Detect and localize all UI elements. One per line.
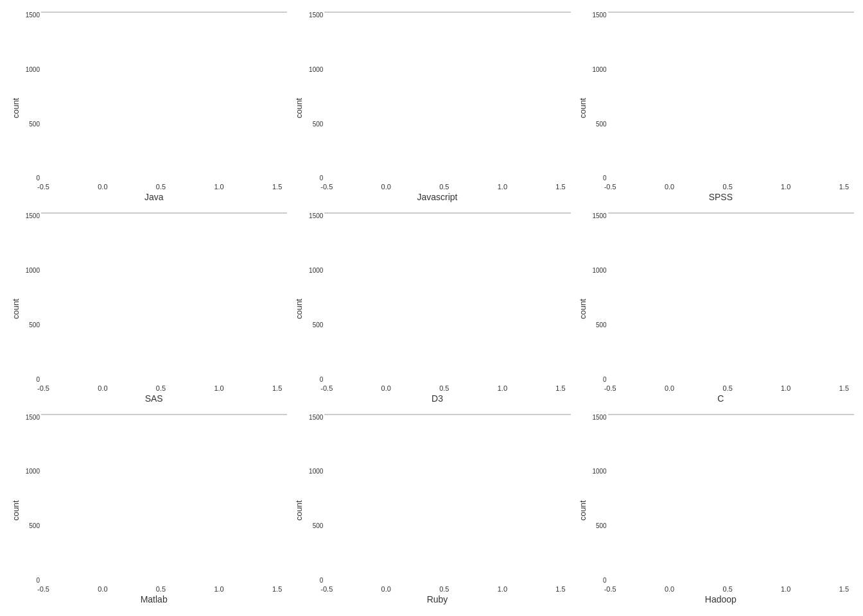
plot-area-sas: 150010005000 bbox=[41, 212, 287, 382]
y-label-sas: count bbox=[9, 212, 21, 406]
y-tick-c: 500 bbox=[596, 321, 607, 329]
y-label-matlab: count bbox=[9, 414, 21, 607]
x-tick-d3: 1.0 bbox=[498, 384, 507, 392]
x-axis-spss: -0.50.00.51.01.5 bbox=[588, 182, 854, 191]
y-tick-sas: 500 bbox=[29, 321, 40, 329]
x-tick-hadoop: 1.5 bbox=[839, 585, 849, 593]
x-tick-c: -0.5 bbox=[604, 384, 616, 392]
x-tick-java: 1.0 bbox=[214, 183, 223, 191]
chart-cell-hadoop: count150010005000-0.50.00.51.01.5Hadoop bbox=[573, 409, 857, 610]
x-axis-java: -0.50.00.51.01.5 bbox=[21, 182, 287, 191]
x-tick-ruby: 1.0 bbox=[498, 585, 507, 593]
x-tick-spss: 0.0 bbox=[665, 183, 674, 191]
plot-area-hadoop: 150010005000 bbox=[608, 414, 854, 584]
x-tick-sas: -0.5 bbox=[37, 384, 49, 392]
y-label-c: count bbox=[576, 212, 588, 406]
y-tick-spss: 1500 bbox=[592, 12, 606, 19]
x-tick-javascript: -0.5 bbox=[320, 183, 333, 191]
x-axis-javascript: -0.50.00.51.01.5 bbox=[304, 182, 570, 191]
y-tick-ruby: 0 bbox=[320, 577, 324, 584]
x-tick-ruby: -0.5 bbox=[320, 585, 333, 593]
x-tick-c: 1.5 bbox=[839, 384, 849, 392]
y-label-spss: count bbox=[576, 12, 588, 205]
y-tick-matlab: 1000 bbox=[26, 468, 40, 475]
y-tick-java: 0 bbox=[36, 175, 40, 182]
y-tick-matlab: 500 bbox=[29, 522, 40, 529]
y-tick-hadoop: 1500 bbox=[592, 414, 606, 421]
y-tick-hadoop: 500 bbox=[596, 522, 607, 529]
x-tick-c: 0.0 bbox=[665, 384, 674, 392]
x-axis-hadoop: -0.50.00.51.01.5 bbox=[588, 584, 854, 593]
x-tick-java: 0.0 bbox=[98, 183, 107, 191]
y-tick-c: 1000 bbox=[592, 267, 606, 274]
x-tick-java: 1.5 bbox=[272, 183, 282, 191]
plot-area-c: 150010005000 bbox=[608, 212, 854, 382]
y-tick-d3: 0 bbox=[320, 376, 324, 383]
chart-cell-spss: count150010005000-0.50.00.51.01.5SPSS bbox=[573, 6, 857, 207]
y-label-d3: count bbox=[292, 212, 304, 406]
y-tick-java: 500 bbox=[29, 121, 40, 128]
x-tick-sas: 0.5 bbox=[156, 384, 166, 392]
x-tick-ruby: 1.5 bbox=[555, 585, 565, 593]
x-tick-spss: 1.0 bbox=[781, 183, 790, 191]
x-axis-matlab: -0.50.00.51.01.5 bbox=[21, 584, 287, 593]
y-tick-sas: 0 bbox=[36, 376, 40, 383]
chart-title-spss: SPSS bbox=[588, 191, 854, 205]
chart-cell-d3: count150010005000-0.50.00.51.01.5D3 bbox=[290, 207, 573, 408]
x-tick-d3: 1.5 bbox=[555, 384, 565, 392]
y-tick-ruby: 500 bbox=[313, 522, 324, 529]
chart-title-c: C bbox=[588, 392, 854, 406]
x-tick-java: -0.5 bbox=[37, 183, 49, 191]
y-tick-spss: 0 bbox=[603, 175, 607, 182]
chart-title-sas: SAS bbox=[21, 392, 287, 406]
chart-cell-ruby: count150010005000-0.50.00.51.01.5Ruby bbox=[290, 409, 573, 610]
plot-area-ruby: 150010005000 bbox=[324, 414, 570, 584]
y-tick-java: 1000 bbox=[26, 66, 40, 73]
y-tick-sas: 1500 bbox=[26, 212, 40, 219]
x-tick-java: 0.5 bbox=[156, 183, 166, 191]
x-tick-matlab: -0.5 bbox=[37, 585, 49, 593]
y-tick-hadoop: 0 bbox=[603, 577, 607, 584]
chart-cell-javascript: count150010005000-0.50.00.51.01.5Javascr… bbox=[290, 6, 573, 207]
x-axis-d3: -0.50.00.51.01.5 bbox=[304, 383, 570, 392]
y-tick-matlab: 1500 bbox=[26, 414, 40, 421]
y-label-ruby: count bbox=[292, 414, 304, 607]
x-axis-c: -0.50.00.51.01.5 bbox=[588, 383, 854, 392]
x-tick-javascript: 0.0 bbox=[381, 183, 391, 191]
plot-area-java: 150010005000 bbox=[41, 12, 287, 182]
y-tick-spss: 1000 bbox=[592, 66, 606, 73]
chart-title-java: Java bbox=[21, 191, 287, 205]
x-tick-matlab: 1.5 bbox=[272, 585, 282, 593]
chart-cell-c: count150010005000-0.50.00.51.01.5C bbox=[573, 207, 857, 408]
y-label-java: count bbox=[9, 12, 21, 205]
chart-title-matlab: Matlab bbox=[21, 593, 287, 607]
x-tick-d3: -0.5 bbox=[320, 384, 333, 392]
x-tick-ruby: 0.5 bbox=[439, 585, 449, 593]
x-tick-hadoop: 0.5 bbox=[723, 585, 733, 593]
x-tick-d3: 0.5 bbox=[439, 384, 449, 392]
y-tick-java: 1500 bbox=[26, 12, 40, 19]
chart-grid: count150010005000-0.50.00.51.01.5Javacou… bbox=[0, 0, 863, 616]
y-tick-spss: 500 bbox=[596, 121, 607, 128]
x-tick-c: 0.5 bbox=[723, 384, 733, 392]
x-tick-spss: 0.5 bbox=[723, 183, 733, 191]
x-tick-matlab: 0.5 bbox=[156, 585, 166, 593]
y-tick-d3: 1000 bbox=[309, 267, 323, 274]
x-tick-hadoop: 0.0 bbox=[665, 585, 674, 593]
y-tick-ruby: 1500 bbox=[309, 414, 323, 421]
x-tick-sas: 0.0 bbox=[98, 384, 107, 392]
x-tick-javascript: 1.0 bbox=[498, 183, 507, 191]
plot-area-spss: 150010005000 bbox=[608, 12, 854, 182]
x-tick-matlab: 1.0 bbox=[214, 585, 223, 593]
x-axis-sas: -0.50.00.51.01.5 bbox=[21, 383, 287, 392]
x-tick-matlab: 0.0 bbox=[98, 585, 107, 593]
x-tick-sas: 1.0 bbox=[214, 384, 223, 392]
x-tick-spss: 1.5 bbox=[839, 183, 849, 191]
x-tick-javascript: 0.5 bbox=[439, 183, 449, 191]
chart-cell-matlab: count150010005000-0.50.00.51.01.5Matlab bbox=[6, 409, 290, 610]
y-tick-c: 1500 bbox=[592, 212, 606, 219]
y-tick-javascript: 500 bbox=[313, 121, 324, 128]
x-tick-c: 1.0 bbox=[781, 384, 790, 392]
y-tick-d3: 1500 bbox=[309, 212, 323, 219]
plot-area-d3: 150010005000 bbox=[324, 212, 570, 382]
